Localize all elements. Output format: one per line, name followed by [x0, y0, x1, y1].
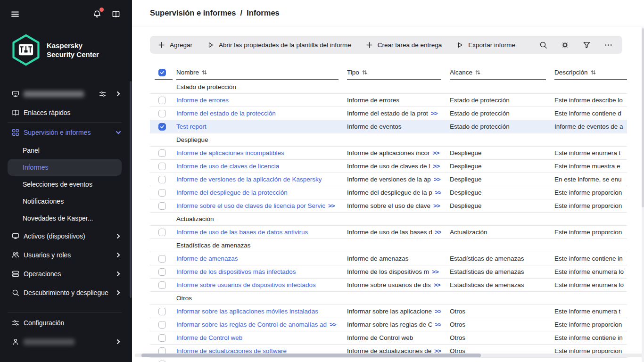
truncation-expander[interactable]: >> [435, 308, 441, 315]
report-link[interactable]: Informe de errores [176, 97, 229, 104]
documentation-book-icon[interactable] [111, 9, 121, 19]
row-checkbox[interactable] [158, 361, 166, 362]
sidebar-item-users-roles[interactable]: Usuarios y roles [0, 246, 132, 264]
create-delivery-task-button[interactable]: Crear tarea de entrega [365, 41, 442, 49]
report-row[interactable]: Informe de versiones de la aplicación de… [150, 173, 627, 186]
report-link[interactable]: Informe de uso de claves de licencia [176, 163, 279, 170]
row-checkbox[interactable] [158, 308, 166, 315]
row-checkbox[interactable] [158, 149, 166, 157]
scope-cell: Otros [450, 358, 546, 362]
report-link[interactable]: Informe de los dispositivos más infectad… [176, 268, 296, 275]
report-link[interactable]: Informe de versiones de la aplicación de… [176, 176, 322, 183]
type-cell: Informe de amenazas [347, 252, 441, 265]
report-row[interactable]: Informe sobre usuarios de dispositivos i… [150, 278, 627, 291]
report-row[interactable]: Informe de los dispositivos más infectad… [150, 265, 627, 278]
report-row[interactable]: Informe de vulnerabilidadesInforme de vu… [150, 357, 627, 362]
row-checkbox[interactable] [158, 176, 166, 183]
row-checkbox[interactable] [158, 110, 166, 117]
report-row[interactable]: Informe sobre el uso de claves de licenc… [150, 199, 627, 212]
report-row[interactable]: Informe de uso de claves de licenciaInfo… [150, 159, 627, 173]
notifications-bell-icon[interactable] [92, 9, 102, 19]
sidebar-item-discovery-deployment[interactable]: Descubrimiento y despliegue [0, 283, 132, 302]
report-type: Informe de los dispositivos m [347, 268, 429, 275]
truncation-expander[interactable]: >> [431, 110, 438, 117]
add-button[interactable]: Agregar [157, 41, 192, 49]
report-link[interactable]: Informe sobre usuarios de dispositivos i… [176, 281, 316, 288]
report-row[interactable]: Informe del despliegue de la protecciónI… [150, 186, 627, 199]
open-template-properties-button[interactable]: Abrir las propiedades de la plantilla de… [206, 41, 351, 49]
vertical-scrollbar-thumb[interactable] [642, 28, 644, 207]
row-checkbox[interactable] [158, 202, 166, 210]
report-link[interactable]: Informe de aplicaciones incompatibles [176, 149, 284, 156]
breadcrumb-current: Informes [247, 8, 280, 17]
truncation-expander[interactable]: >> [434, 176, 440, 183]
report-link[interactable]: Informe de uso de las bases de datos ant… [176, 229, 308, 236]
truncation-expander[interactable]: >> [433, 163, 439, 170]
row-checkbox[interactable] [158, 281, 166, 289]
gear-icon[interactable] [561, 41, 570, 49]
report-row[interactable]: Informe del estado de la protecciónInfor… [150, 107, 627, 120]
sidebar-item-kaspersky-news[interactable]: Novedades de Kasper... [8, 210, 122, 227]
hamburger-menu-button[interactable] [10, 9, 20, 19]
report-link[interactable]: Informar sobre las aplicaciones móviles … [176, 308, 318, 315]
sidebar-item-operations[interactable]: Operaciones [0, 264, 132, 283]
sidebar-item-informes[interactable]: Informes [8, 159, 122, 176]
column-header-descripcion[interactable]: Descripción [554, 65, 627, 80]
report-row[interactable]: Informe de uso de las bases de datos ant… [150, 225, 627, 239]
row-checkbox[interactable] [158, 255, 166, 263]
horizontal-scrollbar-thumb[interactable] [141, 354, 481, 357]
report-row[interactable]: Informar sobre las aplicaciones móviles … [150, 304, 627, 318]
report-link[interactable]: Informe del estado de la protección [176, 110, 276, 117]
truncation-expander[interactable]: >> [433, 149, 439, 156]
row-checkbox[interactable] [158, 334, 166, 342]
column-header-tipo[interactable]: Tipo [347, 65, 441, 80]
report-link[interactable]: Informar sobre las reglas de Control de … [176, 321, 327, 328]
sidebar-item-event-selections[interactable]: Selecciones de eventos [8, 176, 122, 193]
truncation-expander[interactable]: >> [433, 202, 440, 209]
report-row[interactable]: Informe de erroresInforme de erroresEsta… [150, 93, 627, 107]
row-checkbox[interactable] [158, 229, 166, 236]
truncation-expander[interactable]: >> [435, 189, 441, 196]
report-row[interactable]: Informe de Control webInforme de Control… [150, 331, 627, 344]
row-checkbox[interactable] [158, 97, 166, 104]
report-row[interactable]: Test reportInforme de eventosEstado de p… [150, 120, 627, 133]
truncation-expander[interactable]: >> [328, 202, 335, 209]
sidebar-item-quick-links[interactable]: Enlaces rápidos [0, 103, 132, 122]
truncation-expander[interactable]: >> [432, 268, 438, 275]
row-checkbox[interactable] [158, 163, 166, 170]
sidebar-item-panel[interactable]: Panel [8, 142, 122, 159]
truncation-expander[interactable]: >> [435, 229, 441, 236]
row-checkbox[interactable] [158, 123, 166, 131]
sidebar-item-server[interactable] [0, 84, 132, 103]
report-link[interactable]: Informe del despliegue de la protección [176, 189, 288, 196]
truncation-expander[interactable]: >> [434, 281, 440, 288]
report-link[interactable]: Test report [176, 123, 206, 130]
name-cell: Informar sobre las reglas de Control de … [176, 318, 339, 331]
sidebar-item-account[interactable] [0, 332, 132, 351]
sidebar-item-notifications[interactable]: Notificaciones [8, 193, 122, 210]
select-all-checkbox[interactable] [158, 69, 166, 76]
export-report-button[interactable]: Exportar informe [456, 41, 515, 49]
report-row[interactable]: Informe de amenazasInforme de amenazasEs… [150, 252, 627, 265]
row-checkbox[interactable] [158, 268, 166, 276]
sidebar-item-configuration[interactable]: Configuración [0, 313, 132, 332]
column-header-name[interactable]: Nombre [176, 65, 339, 80]
sidebar-item-assets-devices[interactable]: Activos (dispositivos) [0, 227, 132, 246]
sidebar-item-monitoring-reports[interactable]: Supervisión e informes [0, 123, 132, 142]
report-row[interactable]: Informar sobre las reglas de Control de … [150, 318, 627, 331]
column-header-alcance[interactable]: Alcance [450, 65, 546, 80]
report-link[interactable]: Informe de Control web [176, 334, 242, 341]
search-icon[interactable] [539, 41, 548, 49]
report-link[interactable]: Informe de amenazas [176, 255, 238, 262]
ellipsis-icon[interactable] [604, 41, 613, 49]
report-link[interactable]: Informe sobre el uso de claves de licenc… [176, 202, 325, 209]
row-checkbox[interactable] [158, 189, 166, 197]
row-checkbox[interactable] [158, 321, 166, 329]
breadcrumb-parent[interactable]: Supervisión e informes [150, 8, 236, 17]
truncation-expander[interactable]: >> [330, 321, 336, 328]
filter-icon[interactable] [582, 41, 591, 49]
sidebar-scrollbar-thumb[interactable] [130, 81, 132, 298]
sliders-mini-icon[interactable] [99, 90, 107, 98]
report-row[interactable]: Informe de aplicaciones incompatiblesInf… [150, 146, 627, 159]
truncation-expander[interactable]: >> [435, 321, 441, 328]
